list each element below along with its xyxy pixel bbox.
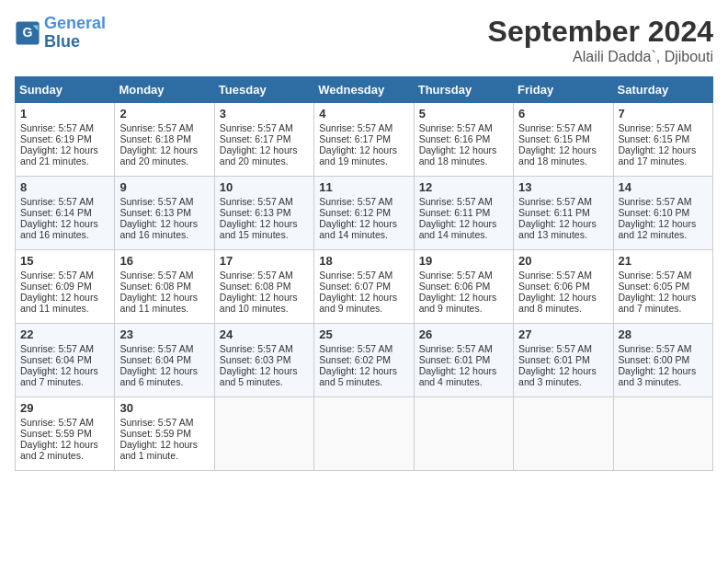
sunrise-label: Sunrise: 5:57 AM (20, 343, 94, 354)
sunset-label: Sunset: 6:16 PM (419, 133, 491, 144)
sunset-label: Sunset: 5:59 PM (119, 428, 191, 439)
calendar-cell: 19 Sunrise: 5:57 AM Sunset: 6:06 PM Dayl… (414, 250, 513, 324)
calendar-week-row: 15 Sunrise: 5:57 AM Sunset: 6:09 PM Dayl… (16, 250, 713, 324)
sunrise-label: Sunrise: 5:57 AM (619, 122, 692, 133)
calendar-cell: 10 Sunrise: 5:57 AM Sunset: 6:13 PM Dayl… (214, 177, 313, 250)
sunrise-label: Sunrise: 5:57 AM (20, 270, 94, 281)
sunset-label: Sunset: 6:04 PM (119, 354, 191, 365)
daylight-label: Daylight: 12 hours and 1 minute. (119, 439, 198, 461)
sunrise-label: Sunrise: 5:57 AM (119, 270, 193, 281)
sunrise-label: Sunrise: 5:57 AM (220, 196, 293, 207)
sunrise-label: Sunrise: 5:57 AM (518, 196, 592, 207)
sunrise-label: Sunrise: 5:57 AM (20, 122, 94, 133)
logo-text: General Blue (44, 15, 106, 52)
calendar-cell (613, 397, 712, 471)
calendar-cell: 18 Sunrise: 5:57 AM Sunset: 6:07 PM Dayl… (314, 250, 414, 324)
day-number: 17 (220, 254, 309, 268)
daylight-label: Daylight: 12 hours and 8 minutes. (518, 292, 597, 314)
day-number: 22 (20, 327, 109, 341)
calendar-cell: 25 Sunrise: 5:57 AM Sunset: 6:02 PM Dayl… (314, 324, 414, 397)
sunset-label: Sunset: 6:02 PM (319, 354, 391, 365)
sunrise-label: Sunrise: 5:57 AM (619, 196, 692, 207)
sunrise-label: Sunrise: 5:57 AM (319, 122, 392, 133)
sunset-label: Sunset: 6:15 PM (518, 133, 590, 144)
calendar-cell: 1 Sunrise: 5:57 AM Sunset: 6:19 PM Dayli… (16, 103, 115, 177)
day-number: 25 (319, 327, 408, 341)
calendar-cell: 23 Sunrise: 5:57 AM Sunset: 6:04 PM Dayl… (115, 324, 214, 397)
sunrise-label: Sunrise: 5:57 AM (220, 270, 293, 281)
sunset-label: Sunset: 6:09 PM (20, 281, 92, 292)
daylight-label: Daylight: 12 hours and 6 minutes. (119, 365, 198, 387)
daylight-label: Daylight: 12 hours and 16 minutes. (119, 218, 198, 240)
page-header: G General Blue September 2024 Alaili Dad… (15, 15, 713, 65)
sunset-label: Sunset: 6:14 PM (20, 207, 92, 218)
calendar-cell: 27 Sunrise: 5:57 AM Sunset: 6:01 PM Dayl… (514, 324, 613, 397)
sunset-label: Sunset: 6:15 PM (619, 133, 690, 144)
calendar-cell: 22 Sunrise: 5:57 AM Sunset: 6:04 PM Dayl… (16, 324, 115, 397)
daylight-label: Daylight: 12 hours and 11 minutes. (119, 292, 198, 314)
calendar-title: September 2024 (488, 15, 713, 49)
sunrise-label: Sunrise: 5:57 AM (119, 196, 193, 207)
sunrise-label: Sunrise: 5:57 AM (20, 196, 94, 207)
calendar-week-row: 29 Sunrise: 5:57 AM Sunset: 5:59 PM Dayl… (16, 397, 713, 471)
day-number: 28 (619, 327, 708, 341)
sunset-label: Sunset: 6:06 PM (419, 281, 491, 292)
sunrise-label: Sunrise: 5:57 AM (419, 270, 493, 281)
sunrise-label: Sunrise: 5:57 AM (319, 270, 392, 281)
daylight-label: Daylight: 12 hours and 3 minutes. (518, 365, 597, 387)
title-block: September 2024 Alaili Dadda`, Djibouti (488, 15, 713, 65)
day-number: 5 (419, 107, 508, 121)
sunset-label: Sunset: 6:08 PM (220, 281, 291, 292)
day-number: 3 (220, 107, 309, 121)
sunrise-label: Sunrise: 5:57 AM (518, 122, 592, 133)
sunset-label: Sunset: 6:04 PM (20, 354, 92, 365)
calendar-cell: 13 Sunrise: 5:57 AM Sunset: 6:11 PM Dayl… (514, 177, 613, 250)
logo-icon: G (15, 20, 40, 46)
day-number: 10 (220, 180, 309, 194)
daylight-label: Daylight: 12 hours and 4 minutes. (419, 365, 497, 387)
calendar-cell: 5 Sunrise: 5:57 AM Sunset: 6:16 PM Dayli… (414, 103, 513, 177)
calendar-cell: 15 Sunrise: 5:57 AM Sunset: 6:09 PM Dayl… (16, 250, 115, 324)
column-header-wednesday: Wednesday (314, 77, 414, 103)
day-number: 2 (119, 107, 209, 121)
sunrise-label: Sunrise: 5:57 AM (20, 417, 94, 428)
daylight-label: Daylight: 12 hours and 18 minutes. (419, 144, 497, 167)
day-number: 7 (619, 107, 708, 121)
calendar-cell: 24 Sunrise: 5:57 AM Sunset: 6:03 PM Dayl… (214, 324, 313, 397)
calendar-subtitle: Alaili Dadda`, Djibouti (488, 49, 713, 65)
sunrise-label: Sunrise: 5:57 AM (119, 122, 193, 133)
sunset-label: Sunset: 6:10 PM (619, 207, 690, 218)
sunset-label: Sunset: 6:08 PM (119, 281, 191, 292)
sunset-label: Sunset: 6:03 PM (220, 354, 291, 365)
sunset-label: Sunset: 6:11 PM (518, 207, 590, 218)
calendar-cell: 8 Sunrise: 5:57 AM Sunset: 6:14 PM Dayli… (16, 177, 115, 250)
calendar-cell: 2 Sunrise: 5:57 AM Sunset: 6:18 PM Dayli… (115, 103, 214, 177)
calendar-cell: 3 Sunrise: 5:57 AM Sunset: 6:17 PM Dayli… (214, 103, 313, 177)
day-number: 26 (419, 327, 508, 341)
day-number: 4 (319, 107, 408, 121)
sunrise-label: Sunrise: 5:57 AM (419, 122, 493, 133)
calendar-cell: 4 Sunrise: 5:57 AM Sunset: 6:17 PM Dayli… (314, 103, 414, 177)
daylight-label: Daylight: 12 hours and 5 minutes. (220, 365, 298, 387)
sunrise-label: Sunrise: 5:57 AM (419, 196, 493, 207)
sunset-label: Sunset: 6:05 PM (619, 281, 690, 292)
sunset-label: Sunset: 6:07 PM (319, 281, 391, 292)
calendar-week-row: 22 Sunrise: 5:57 AM Sunset: 6:04 PM Dayl… (16, 324, 713, 397)
calendar-cell (214, 397, 313, 471)
daylight-label: Daylight: 12 hours and 21 minutes. (20, 144, 98, 167)
sunset-label: Sunset: 6:13 PM (220, 207, 291, 218)
calendar-cell (314, 397, 414, 471)
sunset-label: Sunset: 6:19 PM (20, 133, 92, 144)
daylight-label: Daylight: 12 hours and 19 minutes. (319, 144, 397, 167)
calendar-cell: 28 Sunrise: 5:57 AM Sunset: 6:00 PM Dayl… (613, 324, 712, 397)
daylight-label: Daylight: 12 hours and 9 minutes. (419, 292, 497, 314)
daylight-label: Daylight: 12 hours and 9 minutes. (319, 292, 397, 314)
sunset-label: Sunset: 6:06 PM (518, 281, 590, 292)
sunset-label: Sunset: 6:01 PM (419, 354, 491, 365)
daylight-label: Daylight: 12 hours and 11 minutes. (20, 292, 98, 314)
day-number: 8 (20, 180, 109, 194)
day-number: 18 (319, 254, 408, 268)
day-number: 14 (619, 180, 708, 194)
sunrise-label: Sunrise: 5:57 AM (419, 343, 493, 354)
calendar-table: SundayMondayTuesdayWednesdayThursdayFrid… (15, 76, 713, 471)
